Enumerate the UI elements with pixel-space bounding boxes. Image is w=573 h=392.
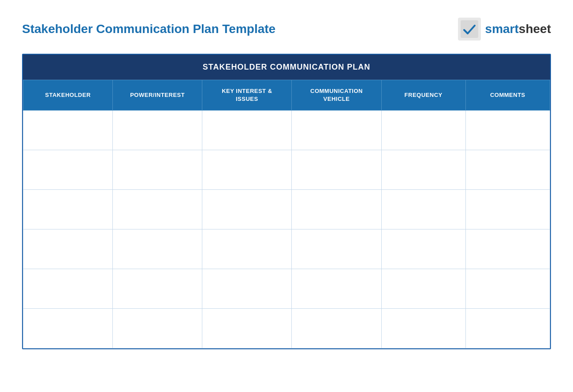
- cell-power_interest-row-5[interactable]: [113, 309, 202, 348]
- cell-stakeholder-row-0[interactable]: [23, 111, 113, 150]
- cell-frequency-row-4[interactable]: [381, 269, 465, 309]
- cell-comments-row-5[interactable]: [465, 309, 550, 348]
- cell-communication_vehicle-row-4[interactable]: [292, 269, 381, 309]
- cell-key_interest-row-1[interactable]: [202, 150, 292, 190]
- logo-text-plain: smart: [485, 22, 519, 36]
- cell-communication_vehicle-row-2[interactable]: [292, 190, 381, 229]
- logo-text-bold: sheet: [519, 22, 551, 36]
- logo-container: smartsheet: [458, 18, 551, 41]
- cell-frequency-row-3[interactable]: [381, 229, 465, 269]
- table-row: [23, 269, 550, 309]
- col-header-key-interest: KEY INTEREST &ISSUES: [202, 80, 292, 111]
- page-header: Stakeholder Communication Plan Template …: [22, 18, 551, 41]
- logo-text: smartsheet: [485, 22, 551, 36]
- page-title: Stakeholder Communication Plan Template: [22, 22, 275, 36]
- cell-stakeholder-row-5[interactable]: [23, 309, 113, 348]
- logo-icon: [458, 18, 481, 41]
- cell-stakeholder-row-2[interactable]: [23, 190, 113, 229]
- cell-key_interest-row-0[interactable]: [202, 111, 292, 150]
- cell-key_interest-row-4[interactable]: [202, 269, 292, 309]
- cell-power_interest-row-1[interactable]: [113, 150, 202, 190]
- table-row: [23, 111, 550, 150]
- cell-comments-row-4[interactable]: [465, 269, 550, 309]
- cell-comments-row-0[interactable]: [465, 111, 550, 150]
- cell-stakeholder-row-3[interactable]: [23, 229, 113, 269]
- cell-stakeholder-row-1[interactable]: [23, 150, 113, 190]
- col-header-power: POWER/INTEREST: [113, 80, 202, 111]
- cell-key_interest-row-2[interactable]: [202, 190, 292, 229]
- cell-power_interest-row-2[interactable]: [113, 190, 202, 229]
- table-row: [23, 309, 550, 348]
- cell-communication_vehicle-row-0[interactable]: [292, 111, 381, 150]
- col-header-comm-vehicle: COMMUNICATIONVEHICLE: [292, 80, 381, 111]
- cell-frequency-row-1[interactable]: [381, 150, 465, 190]
- table-title: STAKEHOLDER COMMUNICATION PLAN: [23, 55, 550, 80]
- cell-power_interest-row-0[interactable]: [113, 111, 202, 150]
- cell-frequency-row-5[interactable]: [381, 309, 465, 348]
- cell-power_interest-row-4[interactable]: [113, 269, 202, 309]
- cell-comments-row-2[interactable]: [465, 190, 550, 229]
- cell-key_interest-row-3[interactable]: [202, 229, 292, 269]
- cell-key_interest-row-5[interactable]: [202, 309, 292, 348]
- main-table-wrapper: STAKEHOLDER COMMUNICATION PLAN STAKEHOLD…: [22, 54, 551, 349]
- table-row: [23, 190, 550, 229]
- col-header-stakeholder: STAKEHOLDER: [23, 80, 113, 111]
- cell-frequency-row-2[interactable]: [381, 190, 465, 229]
- cell-communication_vehicle-row-1[interactable]: [292, 150, 381, 190]
- cell-frequency-row-0[interactable]: [381, 111, 465, 150]
- communication-plan-table: STAKEHOLDER POWER/INTEREST KEY INTEREST …: [23, 80, 550, 348]
- cell-power_interest-row-3[interactable]: [113, 229, 202, 269]
- table-row: [23, 150, 550, 190]
- cell-communication_vehicle-row-5[interactable]: [292, 309, 381, 348]
- cell-comments-row-3[interactable]: [465, 229, 550, 269]
- col-header-comments: COMMENTS: [465, 80, 550, 111]
- cell-stakeholder-row-4[interactable]: [23, 269, 113, 309]
- col-header-frequency: FREQUENCY: [381, 80, 465, 111]
- table-header-row: STAKEHOLDER POWER/INTEREST KEY INTEREST …: [23, 80, 550, 111]
- cell-communication_vehicle-row-3[interactable]: [292, 229, 381, 269]
- svg-rect-0: [461, 20, 478, 38]
- cell-comments-row-1[interactable]: [465, 150, 550, 190]
- table-row: [23, 229, 550, 269]
